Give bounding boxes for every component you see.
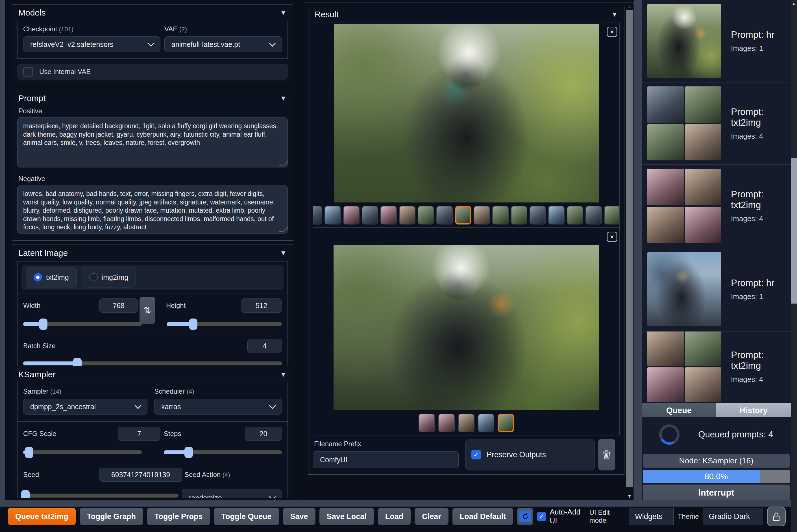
collapse-icon[interactable]: ▼ [280,94,287,102]
toggle-queue-button[interactable]: Toggle Queue [214,508,279,525]
gallery1-thumb[interactable] [399,206,415,225]
seed-input[interactable]: 693741274019139 [99,468,182,482]
interrupt-button[interactable]: Interrupt [643,484,790,500]
collapse-icon[interactable]: ▼ [280,249,287,257]
history-item[interactable]: Prompt: txt2img Images: 4 [642,331,791,402]
lock-ui-button[interactable] [767,507,786,526]
gallery1-thumb[interactable] [380,206,397,225]
close-icon[interactable]: × [607,27,617,37]
swap-dimensions-button[interactable]: ⇅ [139,297,155,324]
cfg-slider[interactable] [23,450,142,454]
history-item[interactable]: Prompt: hr Images: 1 [642,0,791,82]
checkpoint-select[interactable]: refslaveV2_v2.safetensors [23,36,160,52]
steps-slider[interactable] [164,450,282,454]
gallery1-thumb[interactable] [604,206,619,225]
save-button[interactable]: Save [283,508,316,525]
gallery2-thumbnail-strip[interactable] [313,414,619,432]
history-thumbnail[interactable] [647,252,721,326]
toggle-graph-button[interactable]: Toggle Graph [80,508,144,525]
seed-slider[interactable] [23,494,178,497]
tab-history[interactable]: History [716,403,791,417]
filename-prefix-input[interactable]: ComfyUI [313,451,459,468]
history-item[interactable]: Prompt: hr Images: 1 [642,247,791,331]
height-slider[interactable] [167,322,282,326]
scheduler-select[interactable]: karras [154,399,282,415]
models-header[interactable]: Models ▼ [12,4,293,21]
cfg-input[interactable]: 7 [118,427,160,441]
latent-header[interactable]: Latent Image ▼ [12,245,293,261]
preserve-outputs-checkbox[interactable]: ✓ [471,450,481,459]
auto-add-ui-control[interactable]: ✓ Auto-Add UI [537,508,586,525]
gallery1-thumb[interactable] [343,206,360,225]
refresh-button[interactable] [517,508,533,525]
result-image-1[interactable] [334,24,599,203]
gallery1-thumbnail-strip[interactable] [313,206,619,225]
height-input[interactable]: 512 [241,299,282,312]
img2img-radio[interactable]: img2img [82,267,136,287]
gallery2-thumb[interactable] [438,414,455,432]
clear-outputs-button[interactable] [598,439,615,471]
gallery1-thumb[interactable] [436,206,453,225]
batch-size-input[interactable]: 4 [247,339,282,353]
steps-input[interactable]: 20 [245,427,282,441]
gallery1-thumb-selected[interactable] [455,206,471,225]
gallery1-thumb[interactable] [324,206,341,225]
resize-handle-icon[interactable] [279,227,288,231]
gallery1-thumb[interactable] [511,206,527,225]
gallery1-thumb[interactable] [586,206,602,225]
sidebar-vertical-scrollbar[interactable]: ▲ [791,0,797,532]
collapse-icon[interactable]: ▼ [611,11,618,18]
preserve-outputs-row[interactable]: ✓ Preserve Outputs [466,439,595,471]
gallery1-thumb[interactable] [418,206,434,225]
close-icon[interactable]: × [607,232,617,242]
theme-select[interactable]: Gradio Dark [703,508,763,525]
txt2img-radio[interactable]: txt2img [26,267,77,287]
positive-prompt-textarea[interactable]: masterpiece, hyper detailed background, … [17,117,288,168]
gallery1-thumb[interactable] [530,206,546,225]
tab-queue[interactable]: Queue [642,403,716,417]
gallery2-thumb[interactable] [458,414,474,432]
gallery2-thumb[interactable] [478,414,494,432]
gallery1-thumb[interactable] [492,206,509,225]
gallery1-thumb[interactable] [474,206,490,225]
result-image-2[interactable] [334,245,599,410]
prompt-header[interactable]: Prompt ▼ [12,90,293,107]
width-input[interactable]: 768 [99,299,138,312]
negative-prompt-textarea[interactable]: lowres, bad anatomy, bad hands, text, er… [17,185,288,233]
gallery2-thumb-selected[interactable] [498,414,514,432]
history-item[interactable]: Prompt: txt2img Images: 4 [642,82,791,165]
left-scroll-gutter[interactable] [0,0,5,500]
toggle-props-button[interactable]: Toggle Props [147,508,210,525]
seed-action-select[interactable]: randomize [182,489,282,498]
bottom-horizontal-scrollbar[interactable] [0,500,791,507]
scroll-up-icon[interactable]: ▲ [627,4,632,9]
scroll-down-icon[interactable]: ▼ [627,494,632,499]
history-item[interactable]: Prompt: txt2img Images: 4 [642,165,791,247]
scroll-up-icon[interactable]: ▲ [792,1,796,6]
use-internal-vae-row[interactable]: Use Internal VAE [17,64,288,80]
load-button[interactable]: Load [378,508,411,525]
ksampler-header[interactable]: KSampler ▼ [12,366,293,383]
gallery2-thumb[interactable] [419,414,435,432]
history-thumbnail-grid[interactable] [647,87,721,160]
content-vertical-scrollbar[interactable]: ▲ ▼ [626,3,633,499]
gallery1-thumb[interactable] [548,206,565,225]
load-default-button[interactable]: Load Default [452,508,513,525]
queue-txt2img-button[interactable]: Queue txt2img [8,508,76,525]
ui-edit-mode-select[interactable]: Widgets [629,508,674,525]
batch-size-slider[interactable] [23,361,282,365]
collapse-icon[interactable]: ▼ [280,370,287,378]
result-header[interactable]: Result ▼ [308,6,624,23]
collapse-icon[interactable]: ▼ [280,9,287,17]
gallery1-thumb[interactable] [362,206,378,225]
history-thumbnail[interactable] [647,4,721,78]
auto-add-checkbox[interactable]: ✓ [537,512,546,521]
history-thumbnail-grid[interactable] [647,169,721,243]
clear-button[interactable]: Clear [415,508,449,525]
gallery1-thumb[interactable] [567,206,583,225]
save-local-button[interactable]: Save Local [319,508,374,525]
history-thumbnail-grid[interactable] [647,331,721,402]
use-internal-vae-checkbox[interactable] [23,67,33,77]
width-slider[interactable] [23,322,142,326]
sampler-select[interactable]: dpmpp_2s_ancestral [23,399,148,415]
